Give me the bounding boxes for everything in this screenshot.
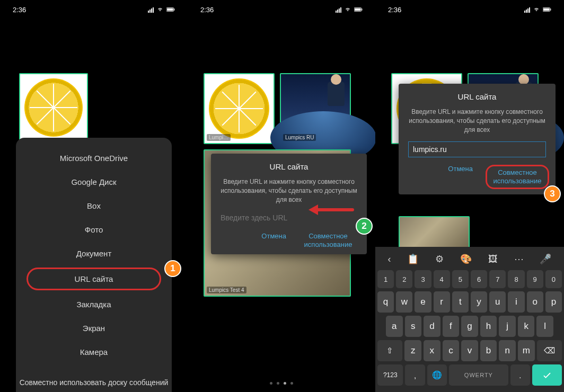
step-badge-3: 3	[544, 185, 561, 202]
kbd-row-bottom: ?123 , 🌐 QWERTY .	[377, 364, 562, 386]
key-m[interactable]: m	[518, 340, 535, 361]
key-6[interactable]: 6	[471, 270, 487, 288]
status-bar: 2:36	[0, 0, 188, 19]
key-d[interactable]: d	[424, 316, 440, 337]
kbd-tool-palette-icon[interactable]: 🎨	[460, 253, 472, 265]
status-time: 2:36	[200, 6, 214, 14]
signal-icon	[148, 6, 154, 13]
menu-item-screen[interactable]: Экран	[16, 316, 172, 340]
url-dialog: URL сайта Введите URL и нажмите кнопку с…	[211, 154, 367, 254]
url-input[interactable]	[221, 211, 357, 225]
url-dialog: URL сайта Введите URL и нажмите кнопку с…	[399, 84, 556, 194]
key-l[interactable]: l	[536, 316, 553, 337]
cancel-button[interactable]: Отмена	[448, 165, 473, 189]
kbd-tool-image-icon[interactable]: 🖼	[488, 254, 498, 265]
menu-item-gdrive[interactable]: Google Диск	[16, 170, 172, 194]
key-9[interactable]: 9	[527, 270, 543, 288]
dialog-title: URL сайта	[408, 92, 546, 101]
key-8[interactable]: 8	[508, 270, 524, 288]
key-k[interactable]: k	[518, 316, 535, 337]
key-u[interactable]: u	[489, 291, 506, 313]
check-icon	[542, 370, 552, 380]
key-3[interactable]: 3	[415, 270, 431, 288]
key-symbols[interactable]: ?123	[377, 364, 403, 386]
cancel-button[interactable]: Отмена	[261, 232, 286, 248]
key-t[interactable]: t	[452, 291, 469, 313]
battery-icon	[354, 6, 363, 13]
menu-item-box[interactable]: Box	[16, 194, 172, 218]
key-n[interactable]: n	[499, 340, 516, 361]
phone-screen-1: 2:36 Microsoft OneDrive Google Диск Box …	[0, 0, 188, 392]
svg-rect-1	[167, 8, 173, 11]
share-button[interactable]: Совместное использование	[486, 165, 549, 189]
wifi-icon	[343, 6, 352, 13]
key-x[interactable]: x	[424, 340, 440, 361]
kbd-tool-back-icon[interactable]: ‹	[387, 254, 391, 265]
key-7[interactable]: 7	[489, 270, 506, 288]
share-button[interactable]: Совместное использование	[299, 232, 357, 248]
key-shift[interactable]: ⇧	[377, 340, 402, 361]
kbd-tool-more-icon[interactable]: ⋯	[514, 253, 524, 265]
key-b[interactable]: b	[480, 340, 497, 361]
step-badge-1: 1	[164, 260, 181, 277]
dialog-title: URL сайта	[221, 162, 357, 171]
status-icons	[336, 6, 363, 13]
key-z[interactable]: z	[404, 340, 421, 361]
thumb-lemon[interactable]: Lumpi…	[204, 73, 275, 144]
key-space[interactable]: QWERTY	[449, 364, 508, 386]
key-1[interactable]: 1	[377, 270, 394, 288]
key-backspace[interactable]: ⌫	[537, 340, 562, 361]
key-5[interactable]: 5	[452, 270, 469, 288]
status-time: 2:36	[13, 6, 26, 14]
key-c[interactable]: c	[443, 340, 460, 361]
kbd-tool-gear-icon[interactable]: ⚙	[435, 253, 444, 265]
key-w[interactable]: w	[396, 291, 412, 313]
step-badge-2: 2	[356, 218, 373, 235]
kbd-row-a: asdfghjkl	[377, 316, 562, 337]
key-o[interactable]: o	[527, 291, 543, 313]
kbd-tool-clipboard-icon[interactable]: 📋	[407, 253, 419, 265]
kbd-tool-mic-icon[interactable]: 🎤	[540, 253, 551, 265]
svg-rect-8	[550, 8, 551, 10]
url-input[interactable]	[408, 141, 546, 157]
menu-item-onedrive[interactable]: Microsoft OneDrive	[16, 146, 172, 170]
menu-item-photo[interactable]: Фото	[16, 218, 172, 242]
key-enter[interactable]	[532, 364, 562, 386]
menu-item-document[interactable]: Документ	[16, 242, 172, 265]
menu-item-url[interactable]: URL сайта	[27, 268, 161, 290]
key-e[interactable]: e	[415, 291, 431, 313]
key-g[interactable]: g	[461, 316, 478, 337]
key-0[interactable]: 0	[545, 270, 562, 288]
key-4[interactable]: 4	[434, 270, 450, 288]
thumb-lemon[interactable]	[19, 73, 88, 142]
wifi-icon	[532, 6, 541, 13]
menu-item-camera[interactable]: Камера	[16, 340, 172, 364]
key-comma[interactable]: ,	[405, 364, 425, 386]
key-h[interactable]: h	[480, 316, 497, 337]
status-bar: 2:36	[375, 0, 564, 19]
key-v[interactable]: v	[461, 340, 478, 361]
key-f[interactable]: f	[443, 316, 460, 337]
key-s[interactable]: s	[405, 316, 422, 337]
menu-item-bookmark[interactable]: Закладка	[16, 292, 172, 316]
key-dot[interactable]: .	[510, 364, 530, 386]
battery-icon	[166, 6, 175, 13]
key-j[interactable]: j	[499, 316, 516, 337]
key-q[interactable]: q	[377, 291, 394, 313]
key-a[interactable]: a	[386, 316, 403, 337]
menu-footer-label: Совместно использовать доску сообщений	[16, 378, 172, 387]
key-i[interactable]: i	[508, 291, 524, 313]
dialog-body: Введите URL и нажмите кнопку совместного…	[221, 177, 357, 204]
soft-keyboard: ‹ 📋 ⚙ 🎨 🖼 ⋯ 🎤 1234567890 qwertyuiop asdf…	[375, 247, 564, 392]
svg-rect-5	[362, 8, 362, 10]
kbd-row-q: qwertyuiop	[377, 291, 562, 313]
key-p[interactable]: p	[545, 291, 562, 313]
thumb-space[interactable]: Lumpics RU	[280, 73, 351, 144]
key-lang[interactable]: 🌐	[427, 364, 447, 386]
share-menu-sheet: Microsoft OneDrive Google Диск Box Фото …	[16, 138, 172, 392]
status-icons	[148, 6, 175, 13]
key-2[interactable]: 2	[396, 270, 412, 288]
thumb-label: Lumpics Test 4	[207, 287, 246, 293]
key-r[interactable]: r	[434, 291, 450, 313]
key-y[interactable]: y	[471, 291, 487, 313]
